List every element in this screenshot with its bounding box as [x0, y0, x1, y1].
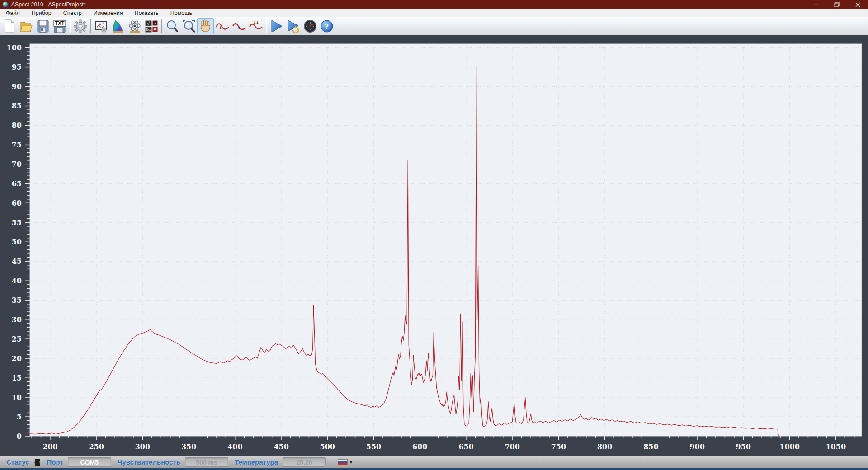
x-tick-label: 650 [458, 442, 473, 451]
lamp-status-icon [34, 458, 41, 467]
hand-icon [199, 19, 212, 33]
y-tick-label: 80 [12, 121, 22, 130]
y-tick-label: 65 [12, 179, 22, 188]
save-floppy-icon [37, 19, 49, 33]
y-tick-label: 60 [12, 199, 22, 207]
x-tick-label: 900 [689, 442, 704, 451]
settings-button[interactable] [72, 18, 89, 34]
run-continuous-button[interactable] [285, 18, 302, 34]
menubar: Файл Прибор Спектр Измерения Показать По… [0, 9, 868, 17]
menu-measurements[interactable]: Измерения [88, 9, 129, 17]
play-loop-icon [287, 19, 300, 33]
spectrum-chart: 0510152025303540455055606570758085909510… [0, 35, 868, 456]
measure-1: 1 [99, 22, 101, 26]
integration-time-button[interactable] [302, 18, 318, 34]
zoom-selection-button[interactable] [180, 18, 197, 34]
y-tick-label: 50 [12, 238, 22, 246]
x-tick-label: 700 [505, 442, 519, 451]
app-icon [2, 1, 9, 8]
toolbar-separator [70, 19, 70, 33]
x-tick-label: 600 [412, 442, 427, 451]
close-icon [855, 2, 860, 7]
x-tick-label: 450 [274, 442, 288, 451]
temperature-value-field[interactable]: 25,28 [283, 457, 326, 467]
exp-label: Exp [146, 28, 151, 32]
y-tick-label: 75 [12, 141, 22, 149]
y-tick-label: 35 [12, 296, 22, 305]
port-label: Порт [47, 458, 63, 466]
y-tick-label: 30 [12, 315, 22, 324]
math-functions-button[interactable]: √ x Exp [143, 18, 160, 34]
txt-label: TXT [55, 20, 64, 26]
russia-flag-icon [338, 459, 348, 465]
app-window: ASpect 2010 - ASpectProject* Файл Прибор… [0, 0, 868, 470]
subtract-spectrum-button[interactable]: + [231, 18, 247, 34]
window-title: ASpect 2010 - ASpectProject* [11, 1, 806, 8]
add-all-spectra-button[interactable]: ++ [247, 18, 264, 34]
help-label: ? [325, 22, 329, 31]
open-folder-icon [19, 19, 33, 33]
y-tick-label: 95 [12, 63, 22, 71]
wave-plusplus-label: ++ [253, 20, 259, 25]
x-tick-label: 350 [181, 442, 196, 451]
help-button[interactable]: ? [318, 18, 335, 34]
new-file-icon [3, 19, 16, 33]
pan-hand-button[interactable] [197, 18, 214, 34]
y-tick-label: 40 [12, 277, 22, 285]
save-project-button[interactable] [34, 18, 51, 34]
y-tick-label: 25 [12, 335, 22, 343]
x-tick-label: 850 [643, 442, 658, 451]
menu-show[interactable]: Показать [129, 9, 165, 17]
x-tick-label: 200 [42, 442, 57, 451]
spectrum-plot: 0510152025303540455055606570758085909510… [0, 35, 868, 456]
caret-down-icon: ▼ [349, 460, 353, 465]
port-value-field[interactable]: COM5 [68, 457, 111, 467]
wave-plus2-label: + [237, 24, 241, 31]
stopwatch-icon [303, 19, 317, 33]
menu-device[interactable]: Прибор [26, 9, 57, 17]
y-tick-label: 20 [12, 354, 22, 363]
language-selector[interactable]: ▼ [338, 459, 353, 465]
menu-help[interactable]: Помощь [165, 9, 198, 17]
measure-2: 2 [102, 21, 104, 25]
export-txt-icon: TXT [53, 19, 66, 33]
sensitivity-value-field[interactable]: 500 ms [185, 457, 228, 467]
y-tick-label: 45 [12, 257, 22, 266]
add-spectrum-button[interactable]: + [214, 18, 231, 34]
x-tick-label: 750 [551, 442, 566, 451]
export-txt-button[interactable]: TXT [51, 18, 68, 34]
restore-button[interactable] [826, 0, 847, 9]
atom-spectra-button[interactable] [126, 18, 143, 34]
plot-area[interactable] [30, 44, 862, 436]
x-label: x [154, 21, 156, 25]
measurement-screen-icon: 1 2 [94, 19, 108, 33]
titlebar: ASpect 2010 - ASpectProject* [0, 0, 868, 9]
open-project-button[interactable] [18, 18, 34, 34]
chromaticity-icon [112, 19, 124, 33]
minimize-button[interactable] [806, 0, 826, 9]
y-tick-label: 10 [12, 393, 22, 402]
x-tick-label: 400 [227, 442, 242, 451]
close-button[interactable] [847, 0, 868, 9]
statusbar: Статус Порт COM5 Чувствительность 500 ms… [0, 456, 868, 468]
x-tick-label: 300 [135, 442, 150, 451]
y-tick-label: 15 [12, 374, 22, 382]
atom-icon [128, 19, 142, 33]
measurement-display-button[interactable]: 1 2 [93, 18, 109, 34]
run-single-button[interactable] [268, 18, 285, 34]
x-tick-label: 800 [597, 442, 612, 451]
play-icon [270, 19, 283, 33]
x-tick-label: 1000 [779, 442, 800, 451]
sqrt-label: √ [147, 21, 150, 26]
toolbar-separator [90, 19, 91, 33]
restore-icon [834, 2, 840, 7]
math-functions-icon: √ x Exp [145, 19, 158, 33]
new-project-button[interactable] [1, 18, 18, 34]
color-analysis-button[interactable] [109, 18, 126, 34]
sensitivity-label: Чувствительность [118, 458, 180, 466]
menu-file[interactable]: Файл [0, 9, 26, 17]
gear-icon [74, 19, 87, 33]
zoom-in-button[interactable] [164, 18, 180, 34]
y-tick-label: 5 [17, 413, 22, 421]
menu-spectrum[interactable]: Спектр [57, 9, 88, 17]
